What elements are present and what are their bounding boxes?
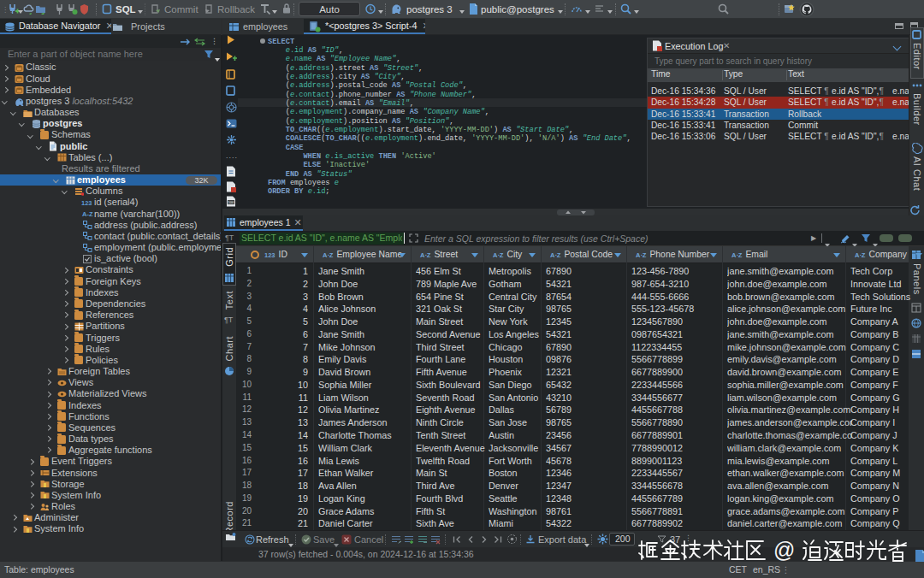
svg-text:100: 100: [228, 200, 234, 204]
